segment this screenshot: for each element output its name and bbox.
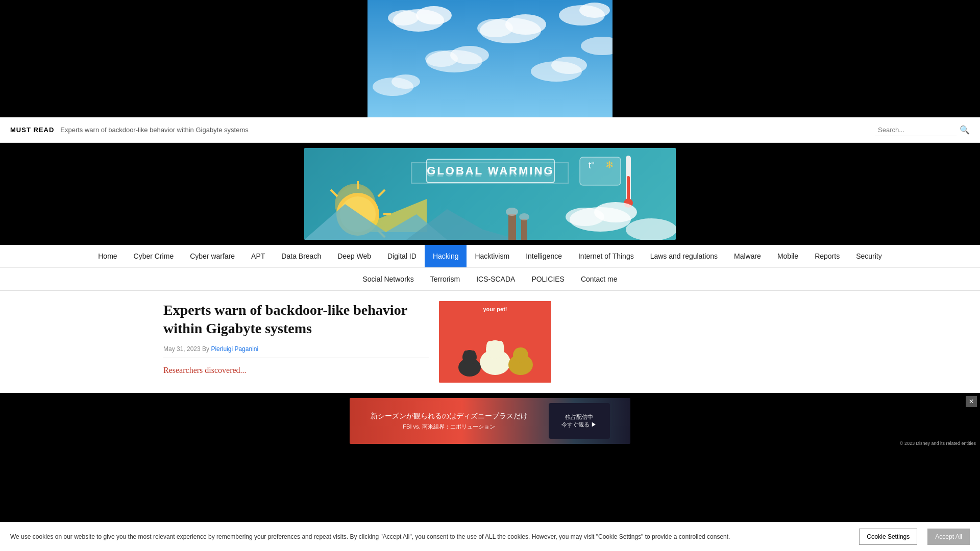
svg-point-43 [626,218,676,240]
svg-point-15 [391,74,420,89]
svg-point-13 [551,57,587,74]
svg-line-23 [378,231,385,237]
svg-point-3 [388,10,419,26]
article-date: May 31, 2023 [163,345,201,353]
nav-item-reports[interactable]: Reports [806,245,848,267]
nav-item-cyber-crime[interactable]: Cyber Crime [126,245,182,267]
svg-point-40 [570,207,631,232]
nav-item-ics-scada[interactable]: ICS-SCADA [468,268,523,290]
must-read-bar: MUST READ Experts warn of backdoor-like … [0,117,980,143]
ad-dogs-svg: your pet! [439,301,551,383]
gw-sun [335,184,376,224]
svg-point-39 [519,213,529,220]
bottom-ad-inner: 新シーズンが観られるのはディズニープラスだけ FBI vs. 南米組界：エポリュ… [350,398,630,444]
nav-item-iot[interactable]: Internet of Things [570,245,642,267]
article-meta: May 31, 2023 By Pierluigi Paganini [163,345,429,358]
must-read-label: MUST READ [10,126,54,134]
ad-jp-text: 新シーズンが観られるのはディズニープラスだけ FBI vs. 南米組界：エポリュ… [371,412,528,431]
svg-point-47 [486,341,494,351]
nav-item-data-breach[interactable]: Data Breach [273,245,329,267]
nav-item-home[interactable]: Home [90,245,125,267]
nav-item-hacktivism[interactable]: Hacktivism [467,245,518,267]
svg-point-38 [506,208,518,216]
ad-copyright: © 2023 Disney and its related entities [900,441,976,446]
svg-point-42 [566,208,604,226]
svg-rect-31 [626,156,631,202]
nav-item-mobile[interactable]: Mobile [769,245,806,267]
nav-item-policies[interactable]: POLICIES [523,268,573,290]
ad-logo: 独占配信中今すぐ観る ▶ [549,403,610,439]
svg-point-52 [471,350,476,358]
svg-text:❄: ❄ [605,159,614,170]
nav-item-contact-me[interactable]: Contact me [573,268,626,290]
nav-top: HomeCyber CrimeCyber warfareAPTData Brea… [0,245,980,267]
top-banner [0,0,980,117]
svg-line-21 [378,190,385,196]
svg-point-6 [477,19,513,37]
nav-item-security[interactable]: Security [848,245,890,267]
svg-point-48 [497,341,504,351]
svg-marker-34 [304,204,447,240]
svg-point-11 [425,51,458,67]
gw-banner-inner: GLOBAL WARMING GLOBAL WARMING t° ❄ [304,148,676,240]
svg-point-2 [416,6,452,24]
nav-item-malware[interactable]: Malware [726,245,769,267]
svg-rect-32 [627,176,630,201]
bottom-ad: 新シーズンが観られるのはディズニープラスだけ FBI vs. 南米組界：エポリュ… [0,393,980,449]
search-area: 🔍 [875,124,970,136]
svg-text:your pet!: your pet! [483,306,507,312]
article-author[interactable]: Pierluigi Paganini [211,345,258,353]
svg-marker-35 [406,209,519,240]
svg-point-8 [579,3,610,18]
svg-rect-36 [508,214,516,240]
gw-banner: GLOBAL WARMING GLOBAL WARMING t° ❄ [0,143,980,245]
svg-point-41 [594,202,637,222]
nav-bottom: Social NetworksTerrorismICS-SCADAPOLICIE… [0,267,980,290]
article-ad-image: your pet! [439,301,551,383]
nav-item-social-networks[interactable]: Social Networks [354,268,422,290]
nav-item-digital-id[interactable]: Digital ID [379,245,425,267]
gw-label: GLOBAL WARMING [411,162,569,184]
svg-point-55 [514,348,520,356]
svg-point-56 [522,348,527,356]
article-title: Experts warn of backdoor-like behavior w… [163,301,429,338]
nav-item-hacking[interactable]: Hacking [425,245,467,267]
article-excerpt: Researchers discovered... [163,364,429,377]
nav-item-intelligence[interactable]: Intelligence [518,245,570,267]
article-section: Experts warn of backdoor-like behavior w… [163,301,429,383]
nav-container: HomeCyber CrimeCyber warfareAPTData Brea… [0,245,980,291]
article-author-prefix: By [202,345,209,353]
sky-svg [368,0,612,117]
nav-item-cyber-warfare[interactable]: Cyber warfare [182,245,243,267]
nav-item-deep-web[interactable]: Deep Web [329,245,379,267]
ad-close-button[interactable]: ✕ [966,396,977,407]
svg-point-33 [624,198,633,208]
svg-text:t°: t° [589,160,595,170]
nav-item-terrorism[interactable]: Terrorism [422,268,468,290]
sky-image [368,0,612,117]
nav-item-apt[interactable]: APT [243,245,273,267]
main-content: Experts warn of backdoor-like behavior w… [0,291,980,393]
ad-image-inner: your pet! [439,301,551,383]
svg-rect-37 [521,219,527,240]
svg-rect-28 [580,157,621,185]
search-button[interactable]: 🔍 [960,125,970,135]
svg-marker-25 [371,199,427,232]
must-read-text: Experts warn of backdoor-like behavior w… [60,126,869,134]
search-input[interactable] [875,124,957,136]
nav-item-laws[interactable]: Laws and regulations [642,245,726,267]
svg-point-51 [463,350,469,358]
